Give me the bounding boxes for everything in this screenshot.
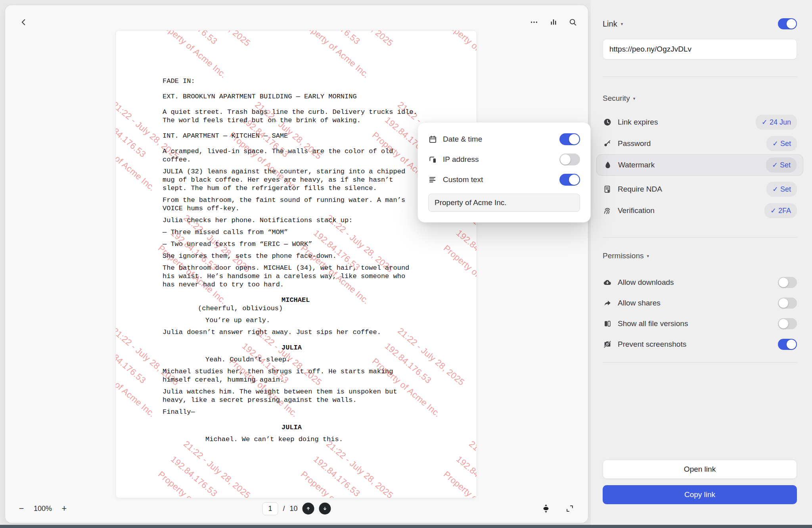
- script-line: his waist. He’s handsome in a careless w…: [163, 272, 445, 280]
- fullscreen-button[interactable]: [562, 501, 578, 516]
- zoom-controls: − 100% +: [15, 503, 70, 515]
- security-row-link-expires[interactable]: Link expires ✓ 24 Jun: [603, 114, 797, 130]
- row-label: Watermark: [618, 161, 766, 169]
- fingerprint-icon: [603, 206, 612, 215]
- security-row-verification[interactable]: Verification ✓ 2FA: [603, 203, 797, 219]
- zoom-in-button[interactable]: +: [58, 503, 70, 515]
- row-label: Verification: [618, 206, 764, 215]
- permissions-header-label: Permissions: [603, 252, 643, 260]
- page-navigation: / 10: [262, 502, 331, 515]
- script-line: She ignores them, sets the phone face-do…: [163, 252, 445, 260]
- script-line: — Three missed calls from “MOM”: [163, 228, 445, 236]
- chevron-left-icon: [19, 18, 28, 27]
- zoom-out-button[interactable]: −: [15, 503, 27, 515]
- permission-row-allow-shares: Allow shares: [603, 295, 797, 311]
- script-line: MICHAEL: [282, 296, 445, 304]
- arrow-down-icon: [322, 505, 328, 512]
- expand-icon: [565, 504, 574, 513]
- link-expires-badge[interactable]: ✓ 24 Jun: [756, 115, 797, 130]
- script-line: The world feels tired but on the brink o…: [163, 116, 445, 125]
- divider: [603, 362, 797, 363]
- permission-row-file-versions: Show all file versions: [603, 316, 797, 332]
- script-line: Finally—: [163, 408, 445, 416]
- document-viewer-panel: 21:22 - July 28, 2025192.84.176.53Proper…: [5, 5, 588, 523]
- viewer-display-tools: [538, 501, 578, 516]
- text-lines-icon: [428, 175, 437, 184]
- date-time-toggle[interactable]: [559, 133, 580, 145]
- analytics-button[interactable]: [546, 14, 561, 30]
- auto-scroll-icon: [541, 504, 551, 513]
- droplet-icon: [603, 161, 613, 169]
- toggle-knob: [779, 278, 788, 287]
- link-header[interactable]: Link ▾: [603, 19, 623, 29]
- security-row-require-nda[interactable]: Require NDA ✓ Set: [603, 181, 797, 197]
- permissions-section-header[interactable]: Permissions ▾: [603, 252, 797, 260]
- popup-row-date-time: Date & time: [428, 131, 580, 147]
- arrow-up-icon: [305, 505, 312, 512]
- calendar-icon: [428, 135, 437, 144]
- password-badge[interactable]: ✓ Set: [766, 136, 797, 151]
- screenplay-text: FADE IN:EXT. BROOKLYN APARTMENT BUILDING…: [116, 31, 477, 459]
- permission-row-allow-downloads: Allow downloads: [603, 275, 797, 290]
- script-line: JULIA (32) leans against the counter, st…: [163, 167, 445, 176]
- watermark-badge[interactable]: ✓ Set: [766, 157, 797, 173]
- require-nda-badge[interactable]: ✓ Set: [766, 182, 797, 197]
- viewer-bottom-toolbar: − 100% + / 10: [5, 500, 588, 517]
- back-button[interactable]: [16, 14, 32, 30]
- security-row-watermark[interactable]: Watermark ✓ Set: [596, 154, 803, 176]
- script-line: VOICE hums off-key.: [163, 204, 445, 213]
- security-section-header[interactable]: Security ▾: [603, 94, 797, 103]
- next-page-button[interactable]: [319, 503, 331, 515]
- script-line: coffee.: [163, 156, 445, 164]
- search-icon: [569, 18, 577, 27]
- toggle-knob: [560, 154, 571, 165]
- verification-badge[interactable]: ✓ 2FA: [764, 203, 797, 218]
- file-versions-icon: [603, 319, 612, 328]
- copy-link-button[interactable]: Copy link: [603, 485, 797, 504]
- auto-scroll-button[interactable]: [538, 501, 554, 516]
- popup-label-ip-address: IP address: [443, 155, 559, 164]
- script-line: From the bathroom, the faint sound of ru…: [163, 196, 445, 204]
- security-row-password[interactable]: Password ✓ Set: [603, 136, 797, 152]
- popup-label-custom-text: Custom text: [443, 175, 559, 184]
- link-settings-sidebar: Link ▾ Security ▾ Link expires ✓ 24 Jun …: [591, 0, 812, 525]
- row-label: Show all file versions: [618, 319, 778, 328]
- share-link-input[interactable]: [603, 39, 797, 60]
- open-link-button[interactable]: Open link: [603, 460, 797, 479]
- ip-device-icon: [428, 155, 437, 164]
- script-line: EXT. BROOKLYN APARTMENT BUILDING — EARLY…: [163, 92, 445, 101]
- previous-page-button[interactable]: [303, 503, 314, 515]
- window-bottom-edge: [0, 525, 812, 528]
- allow-shares-toggle[interactable]: [778, 298, 797, 309]
- chevron-down-icon: ▾: [621, 21, 623, 27]
- script-line: FADE IN:: [163, 77, 445, 85]
- row-label: Password: [618, 139, 766, 148]
- search-button[interactable]: [565, 14, 581, 30]
- allow-downloads-toggle[interactable]: [778, 277, 797, 288]
- script-line: Michael studies her, then shrugs it off.…: [163, 367, 445, 376]
- clock-icon: [603, 118, 612, 127]
- script-line: Julia doesn’t answer right away. Just si…: [163, 328, 445, 336]
- security-header-label: Security: [603, 94, 630, 103]
- custom-text-input[interactable]: [428, 194, 580, 212]
- security-rows: Link expires ✓ 24 Jun Password ✓ Set Wat…: [603, 114, 797, 219]
- prevent-screenshots-toggle[interactable]: [778, 339, 797, 350]
- custom-text-toggle[interactable]: [559, 174, 580, 186]
- divider: [603, 77, 797, 77]
- script-line: Julia checks her phone. Notifications st…: [163, 216, 445, 225]
- page-number-input[interactable]: [262, 502, 278, 515]
- more-menu-button[interactable]: [526, 14, 542, 30]
- script-line: JULIA: [282, 344, 445, 352]
- script-line: slept. The hum of the refrigerator fills…: [163, 184, 445, 192]
- share-forward-icon: [603, 299, 612, 307]
- ip-address-toggle[interactable]: [559, 154, 580, 165]
- script-line: A cramped, lived-in space. The walls are…: [163, 147, 445, 156]
- script-line: mug of black coffee. Her eyes are heavy,…: [163, 176, 445, 184]
- zoom-level: 100%: [34, 505, 52, 513]
- toggle-knob: [787, 19, 796, 29]
- script-line: Yeah. Couldn’t sleep.: [205, 355, 445, 364]
- show-file-versions-toggle[interactable]: [778, 318, 797, 329]
- script-line: Michael. We can’t keep doing this.: [205, 435, 445, 444]
- nda-document-icon: [603, 185, 612, 194]
- link-enabled-toggle[interactable]: [778, 18, 797, 29]
